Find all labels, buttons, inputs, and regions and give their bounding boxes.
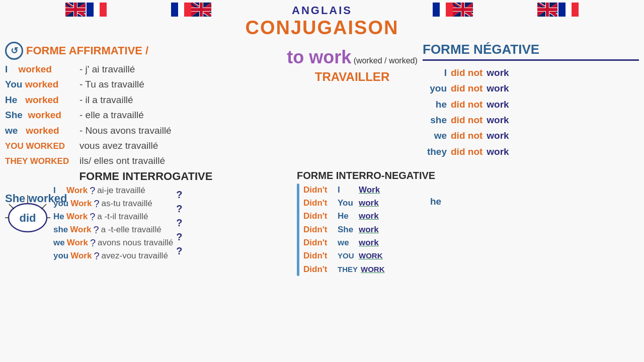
neg-didnot-we: did not	[451, 128, 482, 143]
neg-pronoun-i: I	[423, 65, 447, 80]
neg-pronoun-he: he	[423, 97, 447, 112]
verb-you: worked	[25, 79, 59, 89]
he-extra: he	[430, 196, 441, 207]
interroneg-pronoun-she: She	[338, 223, 356, 236]
affirmative-table: I worked - j' ai travaillé You worked - …	[5, 62, 287, 169]
question-mark-you2: ?	[94, 250, 99, 262]
svg-rect-12	[171, 3, 178, 17]
interro-french-i: ai-je travaillé	[97, 186, 145, 196]
svg-rect-13	[178, 3, 184, 17]
interro-work-she: Work	[70, 225, 91, 235]
svg-rect-11	[100, 3, 107, 17]
interroneg-rows: Didn't I Work Didn't You work Didn't He …	[303, 184, 385, 276]
interroneg-pronoun-i: I	[338, 184, 356, 197]
interroneg-pronoun-you: You	[338, 197, 356, 210]
negative-table: I did not work you did not work he did n…	[423, 65, 639, 159]
neg-didnot-you: did not	[451, 80, 482, 96]
uk-flag-1	[65, 3, 86, 17]
svg-text:did: did	[20, 212, 36, 224]
interroneg-didnt-he: Didn't	[303, 210, 335, 223]
interro-work-we: Work	[67, 238, 88, 248]
svg-rect-32	[537, 8, 557, 11]
neg-row-she: she did not work	[423, 112, 639, 128]
uk-flag-2	[191, 3, 211, 17]
svg-rect-8	[65, 8, 86, 11]
table-row: I worked - j' ai travaillé	[5, 62, 287, 77]
french-you2: vous avez travaillé	[79, 138, 158, 153]
svg-rect-37	[440, 3, 446, 17]
verb-center: to work (worked / worked) TRAVAILLER	[287, 42, 418, 169]
neg-work-you: work	[487, 80, 509, 96]
did-circle-diagram: did	[5, 190, 50, 235]
interroneg-didnt-you: Didn't	[303, 197, 335, 210]
interroneg-work-you2: WORK	[359, 250, 383, 261]
table-row: YOU WORKED vous avez travaillé	[5, 138, 287, 153]
circle-arrow-icon: ↺	[5, 42, 23, 60]
verb-to-work: to work	[287, 47, 351, 67]
svg-rect-34	[566, 3, 572, 17]
interro-french-he: a -t-il travaillé	[97, 212, 148, 222]
interroneg-work-she: work	[359, 223, 379, 236]
pronoun-i: I	[5, 64, 8, 74]
question-mark-we: ?	[90, 237, 96, 249]
interroneg-row-they: Didn't THEY WORK	[303, 263, 385, 276]
neg-work-we: work	[487, 128, 509, 143]
french-they: ils/ elles ont travaillé	[79, 153, 165, 168]
france-flag-2	[171, 3, 191, 17]
neg-pronoun-she: she	[423, 112, 447, 128]
france-flag-3	[558, 3, 579, 17]
neg-didnot-she: did not	[451, 112, 482, 128]
verb-past-forms: (worked / worked)	[354, 56, 418, 65]
forme-interroneg-section: FORME INTERRO-NEGATIVE Didn't I Work Did…	[287, 170, 639, 276]
flags-far-left	[171, 3, 211, 17]
interro-french-she: a -t-elle travaillé	[101, 225, 162, 235]
neg-pronoun-we: we	[423, 128, 447, 143]
forme-negative-header: FORME NÉGATIVE	[423, 42, 639, 61]
french-i: - j' ai travaillé	[79, 62, 135, 77]
interroneg-row-i: Didn't I Work	[303, 184, 385, 197]
forme-affirmative-header: ↺ FORME AFFIRMATIVE /	[5, 42, 287, 60]
interro-pronoun-we: we	[53, 238, 65, 248]
neg-row-i: I did not work	[423, 65, 639, 80]
interroneg-row-she: Didn't She work	[303, 223, 385, 236]
pronoun-you2: YOU WORKED	[5, 141, 65, 151]
uk-flag-4	[453, 3, 473, 17]
verb-she: worked	[28, 110, 61, 120]
decorative-qmarks: ?????	[176, 188, 182, 258]
france-flag-1	[87, 3, 107, 17]
interroneg-didnt-we: Didn't	[303, 236, 335, 249]
interroneg-didnt-they: Didn't	[303, 263, 335, 276]
interroneg-didnt-i: Didn't	[303, 184, 335, 197]
interroneg-pronoun-they: THEY	[338, 263, 358, 275]
interro-pronoun-he: He	[53, 212, 64, 222]
interro-row-i: I Work ? ai-je travaillé	[53, 185, 173, 197]
interroneg-pronoun-you2: YOU	[338, 250, 356, 261]
france-flag-4	[433, 3, 453, 17]
forme-interroneg-title: FORME INTERRO-NEGATIVE	[297, 170, 639, 182]
did-circle-svg: did	[5, 190, 50, 235]
verb-travailler: TRAVAILLER	[287, 70, 418, 84]
french-you: - Tu as travaillé	[79, 77, 144, 92]
forme-interrogative-title: FORME INTERROGATIVE	[5, 170, 287, 183]
table-row: we worked - Nous avons travaillé	[5, 123, 287, 138]
uk-flag-3	[537, 3, 557, 17]
interroneg-work-i: Work	[359, 184, 380, 197]
table-row: She worked - elle a travaillé	[5, 108, 287, 123]
interro-row-you2: you Work ? avez-vou travaillé	[53, 250, 173, 262]
pronoun-she: She	[5, 110, 23, 120]
svg-rect-33	[558, 3, 566, 17]
question-mark-i: ?	[90, 185, 95, 197]
question-mark-she: ?	[94, 224, 99, 236]
interro-pronoun-she: she	[53, 225, 68, 235]
interroneg-row-you: Didn't You work	[303, 197, 385, 210]
table-row: You worked - Tu as travaillé	[5, 77, 287, 92]
flags-right	[537, 3, 579, 17]
neg-row-he: he did not work	[423, 97, 639, 112]
interroneg-work-they: WORK	[361, 263, 385, 275]
forme-affirmative-title: FORME AFFIRMATIVE /	[26, 44, 148, 57]
neg-work-they: work	[487, 144, 509, 159]
neg-work-he: work	[487, 97, 509, 112]
interro-french-you2: avez-vou travaillé	[102, 251, 168, 261]
interro-row-he: He Work ? a -t-il travaillé	[53, 211, 173, 223]
neg-work-she: work	[487, 112, 509, 128]
